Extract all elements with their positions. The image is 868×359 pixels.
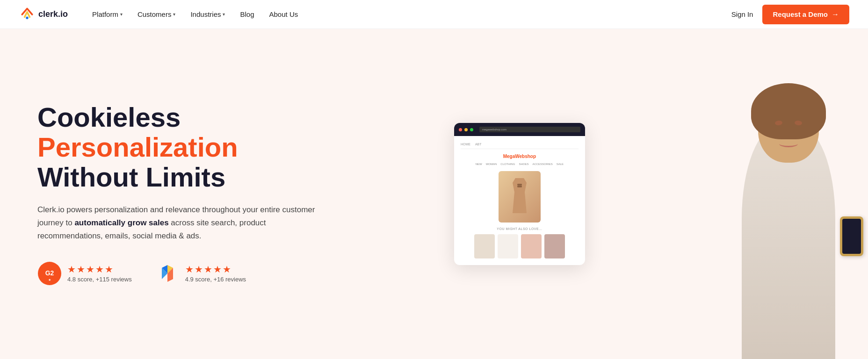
svg-text:★: ★ xyxy=(48,278,51,281)
mockup-dot-red xyxy=(459,128,462,131)
woman-figure xyxy=(700,29,868,359)
ratings-row: G2 ★ ★ ★ ★ ★ ★ 4.8 score, +115 reviews xyxy=(37,261,355,286)
g2-rating: G2 ★ ★ ★ ★ ★ ★ 4.8 score, +115 reviews xyxy=(37,261,132,286)
svg-point-12 xyxy=(520,184,522,186)
mockup-mini-product-4 xyxy=(544,234,565,258)
woman-smile xyxy=(779,140,798,147)
dress-icon xyxy=(508,178,531,215)
hero-heading: Cookieless Personalization Without Limit… xyxy=(37,102,355,192)
mockup-nav: HOME ABT xyxy=(461,143,579,149)
capterra-stars: ★ ★ ★ ★ ★ xyxy=(185,264,246,275)
hero-visual: megawebshop.com HOME ABT MegaWebshop NEW… xyxy=(426,29,868,359)
chevron-down-icon: ▾ xyxy=(173,12,175,17)
woman-hair xyxy=(751,83,826,139)
capterra-badge-icon xyxy=(155,261,180,286)
nav-item-customers[interactable]: Customers ▾ xyxy=(132,7,181,22)
svg-point-15 xyxy=(520,186,522,187)
g2-badge-icon: G2 ★ xyxy=(37,261,62,286)
logo-icon xyxy=(19,6,36,23)
mockup-dot-green xyxy=(470,128,473,131)
capterra-rating-text: 4.9 score, +16 reviews xyxy=(185,276,246,283)
nav-right: Sign In Request a Demo → xyxy=(731,5,849,24)
hero-section: Cookieless Personalization Without Limit… xyxy=(0,29,868,359)
mockup-menu: NEW WOMAN CLOTHING SHOES ACCESSORIES SAL… xyxy=(461,163,579,165)
nav-item-about-us[interactable]: About Us xyxy=(264,7,304,22)
capterra-rating: ★ ★ ★ ★ ★ 4.9 score, +16 reviews xyxy=(155,261,246,286)
capterra-rating-info: ★ ★ ★ ★ ★ 4.9 score, +16 reviews xyxy=(185,264,246,283)
arrow-right-icon: → xyxy=(832,10,839,19)
logo-link[interactable]: clerk.io xyxy=(19,6,68,23)
request-demo-button[interactable]: Request a Demo → xyxy=(762,5,849,24)
navbar: clerk.io Platform ▾ Customers ▾ Industri… xyxy=(0,0,868,29)
mockup-mini-product-1 xyxy=(474,234,495,258)
svg-point-0 xyxy=(26,16,28,19)
g2-stars: ★ ★ ★ ★ ★ xyxy=(67,264,132,275)
phone-screen xyxy=(842,219,861,254)
mockup-body: HOME ABT MegaWebshop NEW WOMAN CLOTHING … xyxy=(454,136,585,265)
hero-description: Clerk.io powers personalization and rele… xyxy=(37,203,318,243)
mockup-mini-product-2 xyxy=(498,234,518,258)
chevron-down-icon: ▾ xyxy=(223,12,225,17)
woman-head xyxy=(758,93,819,163)
mockup-card: megawebshop.com HOME ABT MegaWebshop NEW… xyxy=(454,123,585,265)
mockup-recommendations-row xyxy=(461,234,579,258)
g2-rating-info: ★ ★ ★ ★ ★ 4.8 score, +115 reviews xyxy=(67,264,132,283)
g2-rating-text: 4.8 score, +115 reviews xyxy=(67,276,132,283)
nav-item-industries[interactable]: Industries ▾ xyxy=(185,7,231,22)
mockup-url-bar: megawebshop.com xyxy=(479,127,580,132)
signin-link[interactable]: Sign In xyxy=(731,10,753,18)
mockup-recommendation-label: YOU MIGHT ALSO LOVE... xyxy=(461,227,579,230)
nav-links: Platform ▾ Customers ▾ Industries ▾ Blog… xyxy=(87,7,731,22)
hero-content: Cookieless Personalization Without Limit… xyxy=(37,102,355,286)
woman-phone xyxy=(840,216,863,256)
mockup-mini-product-3 xyxy=(521,234,542,258)
nav-item-blog[interactable]: Blog xyxy=(234,7,260,22)
mockup-header: megawebshop.com xyxy=(454,123,585,136)
chevron-down-icon: ▾ xyxy=(120,12,123,17)
mockup-dot-yellow xyxy=(464,128,468,131)
mockup-product-image xyxy=(499,171,541,223)
logo-text: clerk.io xyxy=(38,9,68,19)
woman-figure-container xyxy=(700,29,868,359)
nav-item-platform[interactable]: Platform ▾ xyxy=(87,7,128,22)
mockup-store-name: MegaWebshop xyxy=(461,154,579,159)
svg-text:G2: G2 xyxy=(45,269,54,277)
